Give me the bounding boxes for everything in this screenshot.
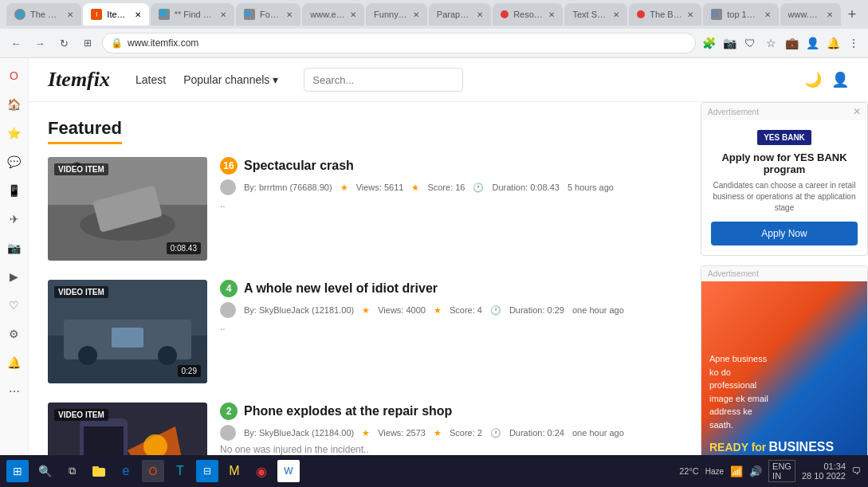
video-author-1: By: brrrtmn (76688.90) [244, 183, 332, 192]
header-icons: 🌙 👤 [804, 71, 849, 88]
video-duration-2: 0:29 [178, 365, 201, 377]
tab-favicon-1: 🌐 [14, 9, 26, 20]
sidebar-icon-more[interactable]: ⋯ [3, 380, 26, 403]
search-input[interactable] [304, 68, 463, 92]
video-meta-1: By: brrrtmn (76688.90) ★ Views: 5611 ★ S… [220, 179, 631, 195]
taskbar-word[interactable]: W [277, 460, 300, 482]
tab-close-7[interactable]: ✕ [477, 10, 483, 19]
sidebar-icon-telegram[interactable]: ✈ [3, 208, 26, 230]
tab-label-7: Paraphra... [437, 10, 472, 19]
sidebar-icon-opera[interactable]: O [3, 65, 26, 87]
tab-close-6[interactable]: ✕ [413, 10, 419, 19]
taskbar-folder[interactable] [88, 460, 110, 482]
tab-9[interactable]: Text Sum... ✕ [564, 3, 627, 26]
tab-close-4[interactable]: ✕ [286, 10, 293, 19]
tab-close-5[interactable]: ✕ [350, 10, 356, 19]
taskbar-wifi-icon: 📶 [730, 465, 743, 477]
tab-label-1: The Best... [30, 10, 62, 19]
tab-8[interactable]: Resourc... ✕ [493, 3, 563, 26]
back-button[interactable]: ← [6, 33, 26, 53]
sidebar-icon-arrow[interactable]: ▶ [3, 265, 26, 288]
ad2-line6: saath. [709, 418, 859, 432]
video-title-2[interactable]: A whole new level of idiot driver [244, 281, 438, 296]
reload-button[interactable]: ↻ [54, 33, 73, 53]
home-button[interactable]: ⊞ [78, 33, 97, 53]
ad-header-2: Advertisement [701, 266, 867, 281]
login-icon[interactable]: 👤 [831, 71, 849, 88]
tab-close-10[interactable]: ✕ [687, 10, 693, 19]
tab-1[interactable]: 🌐 The Best... ✕ [6, 3, 81, 26]
taskbar-notification-icon[interactable]: 🗨 [852, 465, 862, 477]
apply-now-button[interactable]: Apply Now [711, 222, 858, 245]
nav-popular-channels[interactable]: Popular channels ▾ [177, 70, 285, 89]
tab-2[interactable]: I Itemfix - ✕ [83, 3, 148, 26]
shield-icon[interactable]: 🛡 [742, 35, 758, 51]
tab-3[interactable]: 🌐 ** Find your... ✕ [151, 3, 234, 26]
taskbar-weather-desc: Haze [705, 467, 724, 476]
sidebar-icon-star[interactable]: ⭐ [3, 122, 26, 144]
taskbar-lang[interactable]: ENGIN [768, 460, 795, 482]
yes-bank-logo: YES BANK [757, 130, 811, 145]
tab-10[interactable]: The Best... ✕ [629, 3, 701, 26]
tab-favicon-3: 🌐 [159, 9, 170, 20]
ad2-highlight2: BUSINESS [768, 440, 834, 454]
profile-icon[interactable]: 👤 [804, 35, 820, 51]
featured-section: Featured ⚫ VIDEO ITEM [29, 102, 650, 487]
tab-close-8[interactable]: ✕ [548, 10, 555, 19]
taskbar-edge[interactable]: e [115, 460, 137, 482]
sidebar-icon-messenger[interactable]: 💬 [3, 151, 26, 173]
tab-7[interactable]: Paraphra... ✕ [429, 3, 491, 26]
start-button[interactable]: ⊞ [6, 460, 29, 482]
taskbar-task-view[interactable]: ⧉ [61, 460, 83, 482]
author-avatar-1 [220, 179, 236, 195]
ad2-line5: address ke [709, 405, 859, 418]
search-bar [304, 68, 785, 92]
taskbar-opera[interactable]: O [142, 460, 164, 482]
sidebar-icon-instagram[interactable]: 📷 [3, 237, 26, 259]
svg-point-9 [158, 346, 177, 365]
taskbar-opera2[interactable]: ◉ [250, 460, 273, 482]
tab-5[interactable]: www.eno... ✕ [302, 3, 364, 26]
extensions-icon[interactable]: 🧩 [701, 35, 717, 51]
video-title-1[interactable]: Spectacular crash [244, 159, 354, 173]
url-input[interactable]: 🔒 www.itemfix.com [102, 33, 696, 53]
sidebar-icon-home[interactable]: 🏠 [3, 93, 26, 116]
sidebar: O 🏠 ⭐ 💬 📱 ✈ 📷 ▶ ♡ ⚙ 🔔 ⋯ [0, 58, 29, 487]
sidebar-icon-badge[interactable]: 🔔 [3, 352, 26, 374]
sidebar-icon-whatsapp[interactable]: 📱 [3, 179, 26, 202]
tab-close-11[interactable]: ✕ [764, 10, 771, 19]
video-item-1: ⚫ VIDEO ITEM 0:08.43 16 Spectacular cras… [48, 157, 631, 261]
wallet-icon[interactable]: 💼 [784, 35, 799, 51]
new-tab-button[interactable]: + [842, 3, 862, 26]
nav-latest[interactable]: Latest [129, 70, 172, 89]
author-avatar-3 [220, 425, 236, 441]
site-logo[interactable]: Itemfix [48, 68, 110, 92]
tab-close-2[interactable]: ✕ [135, 10, 141, 19]
notifications-icon[interactable]: 🔔 [825, 35, 841, 51]
ad-close-1[interactable]: ✕ [853, 106, 861, 117]
taskbar-store[interactable]: ⊟ [196, 460, 218, 482]
tab-close-12[interactable]: ✕ [827, 10, 833, 19]
tab-close-3[interactable]: ✕ [220, 10, 226, 19]
tab-12[interactable]: www.gov... ✕ [780, 3, 842, 26]
tab-close-9[interactable]: ✕ [613, 10, 619, 19]
nav-popular-label: Popular channels [183, 73, 269, 86]
taskbar-teams[interactable]: T [169, 460, 191, 482]
sidebar-icon-heart[interactable]: ♡ [3, 294, 26, 316]
tab-close-1[interactable]: ✕ [67, 10, 73, 19]
taskbar-search-button[interactable]: 🔍 [33, 460, 56, 482]
tab-6[interactable]: Funny Pi... ✕ [366, 3, 427, 26]
tab-11[interactable]: G top 10 lis... ✕ [703, 3, 778, 26]
sidebar-icon-settings[interactable]: ⚙ [3, 323, 26, 345]
bookmark-icon[interactable]: ☆ [763, 35, 779, 51]
taskbar-gmail[interactable]: M [223, 460, 245, 482]
forward-button[interactable]: → [30, 33, 49, 53]
settings-icon[interactable]: ⋮ [846, 35, 862, 51]
clock-icon-2: 🕐 [490, 305, 501, 316]
thumbnail-2[interactable]: VIDEO ITEM 0:29 [48, 280, 207, 383]
dark-mode-icon[interactable]: 🌙 [804, 71, 822, 88]
camera-icon[interactable]: 📷 [721, 35, 737, 51]
tab-4[interactable]: ✖ For You ✕ [236, 3, 300, 26]
video-title-3[interactable]: Phone explodes at the repair shop [244, 404, 452, 418]
thumbnail-1[interactable]: ⚫ VIDEO ITEM 0:08.43 [48, 157, 207, 261]
